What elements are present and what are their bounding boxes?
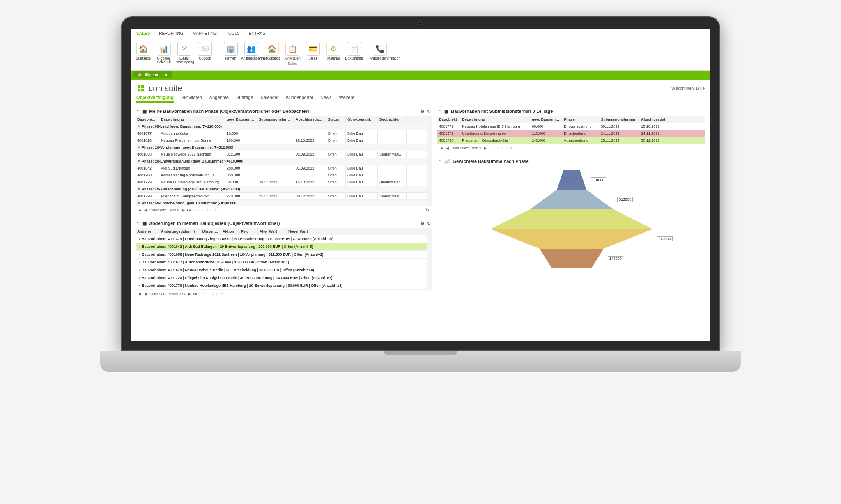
table-row[interactable]: 4001677Autobahnbrücke10.000OffenBillie B… — [136, 130, 432, 137]
chevron-right-icon: › — [139, 245, 140, 249]
table-row[interactable]: 4001379Überbauung Ziegelstrasse110.000En… — [437, 130, 705, 137]
ribbon-aktivitäten[interactable]: 📋Aktivitäten — [282, 42, 303, 60]
ribbon-material[interactable]: ⚙Material — [323, 42, 344, 60]
table-row[interactable]: 4001779Neubau Hotelanlage IBIS Hamburg60… — [136, 179, 432, 186]
column-header[interactable]: gew. Bausumme — [530, 116, 562, 123]
column-header[interactable]: Bezeichnung — [460, 116, 530, 123]
nav-last-icon[interactable]: ⏭ — [187, 208, 191, 212]
group-row[interactable]: ▸Phase: 10-Vorplanung (gew. Bausumme: ∑=… — [136, 144, 432, 151]
column-header[interactable]: Objektverant. — [346, 116, 378, 123]
funnel-value-label: 240000 — [657, 236, 673, 241]
ribbon-sales[interactable]: 💳Sales — [303, 42, 323, 60]
group-row[interactable]: ▸Phase: 20-Entwurfsplanung (gew. Bausumm… — [136, 158, 432, 165]
column-header[interactable]: Bauobjekt — [437, 116, 460, 123]
column-header[interactable]: Änderungsdatum ▼ — [159, 228, 200, 235]
refresh-icon[interactable]: ↻ — [425, 208, 429, 213]
workspace-tabstrip: 🏠 Allgemein × — [131, 71, 710, 80]
collapse-icon[interactable]: ⌃ — [136, 221, 140, 226]
group-row[interactable]: ▸Phase: 05-Lead (gew. Bausumme: ∑=110.00… — [136, 123, 432, 130]
table-row[interactable]: 4001720Pflegeheim Königsbach-Stein240.00… — [136, 193, 432, 200]
change-group-row[interactable]: ›Bauvorhaben: 4001679 | Neues Rathaus Be… — [136, 266, 432, 274]
column-header[interactable]: Uhrzeit ▼ — [200, 228, 221, 235]
menu-extras[interactable]: EXTRAS — [249, 31, 265, 37]
change-group-row[interactable]: ›Bauvorhaben: 4001658 | Neue Radwege 202… — [136, 251, 432, 259]
change-group-row[interactable]: ›Bauvorhaben: 4001720 | Pflegeheim König… — [136, 274, 432, 282]
column-header[interactable]: Abschlussdat — [639, 116, 672, 123]
ribbon-firmen[interactable]: 🏢Firmen — [221, 42, 241, 60]
table-row[interactable]: 4001700Kernsanierung Nordstadt-Schule350… — [136, 172, 432, 179]
refresh-icon[interactable]: ↻ — [427, 109, 431, 114]
table-row[interactable]: 4001720Pflegeheim Königsbach-Stein240.00… — [437, 137, 705, 144]
menu-marketing[interactable]: MARKETING — [193, 31, 217, 37]
column-header[interactable]: Submissionstermin — [599, 116, 639, 123]
scrollbar[interactable] — [427, 116, 432, 206]
group-row[interactable]: ▸Phase: 50-Entscheidung (gew. Bausumme: … — [136, 200, 432, 206]
column-header[interactable]: Submissionstermin — [257, 116, 294, 123]
nav-next-icon[interactable]: ▶ — [188, 292, 191, 296]
subtab-aktivitäten[interactable]: Aktivitäten — [181, 95, 202, 103]
table-row[interactable]: 4001779Neubau Hotelanlage IBIS Hamburg60… — [437, 123, 705, 130]
subtab-angebote[interactable]: Angebote — [209, 95, 229, 103]
ribbon-ansprechpartner[interactable]: 👥Ansprechpartner — [241, 42, 262, 60]
subtab-kalender[interactable]: Kalender — [261, 95, 279, 103]
column-header[interactable]: Abschlussdatum — [294, 116, 326, 123]
ansprechpartner-icon: 👥 — [244, 42, 258, 56]
subtab-weitere[interactable]: Weitere — [339, 95, 355, 103]
nav-first-icon[interactable]: ⏮ — [138, 208, 142, 212]
collapse-icon[interactable]: ⌃ — [136, 109, 140, 114]
column-header[interactable]: Aktion — [221, 228, 239, 235]
ribbon-dokumente[interactable]: 📄Dokumente — [344, 42, 364, 60]
ribbon-startseite[interactable]: 🏠Startseite — [133, 42, 154, 64]
menu-reporting[interactable]: REPORTING — [159, 31, 183, 37]
nav-prev-icon[interactable]: ◀ — [446, 146, 449, 150]
nav-first-icon[interactable]: ⏮ — [440, 146, 443, 150]
subtab-kundenportal[interactable]: Kundenportal — [286, 95, 313, 103]
change-group-row[interactable]: ›Bauvorhaben: 4001379 | Überbauung Ziege… — [136, 235, 432, 243]
close-icon[interactable]: × — [165, 73, 168, 77]
subtab-objektverfolgung[interactable]: Objektverfolgung — [136, 95, 174, 103]
column-header[interactable]: Beobachter — [378, 116, 407, 123]
menu-tools[interactable]: TOOLS — [226, 31, 240, 37]
group-row[interactable]: ▸Phase: 40-Ausschreibung (gew. Bausumme:… — [136, 186, 432, 193]
change-group-row[interactable]: ›Bauvorhaben: 4001642 | Aldi Süd Ettling… — [136, 243, 432, 251]
column-header[interactable]: Änderer — [136, 228, 159, 235]
workspace-tab-allgemein[interactable]: 🏠 Allgemein × — [133, 71, 172, 78]
nav-first-icon[interactable]: ⏮ — [138, 292, 142, 296]
column-header[interactable]: Bauobjekt ▲ — [136, 116, 159, 123]
nav-next-icon[interactable]: ▶ — [484, 146, 487, 150]
change-group-row[interactable]: ›Bauvorhaben: 4001677 | Autobahnbrücke |… — [136, 259, 432, 266]
ribbon-outlook[interactable]: 📨Outlook — [195, 42, 215, 64]
collapse-icon[interactable]: ⌃ — [438, 159, 442, 164]
chevron-down-icon: ▸ — [137, 125, 141, 127]
table-row[interactable]: 4001642Aldi Süd Ettlingen200.00001.09.20… — [136, 165, 432, 172]
ribbon-anruferidentifikation[interactable]: 📞Anruferidentifikation — [370, 42, 390, 60]
subtab-aufträge[interactable]: Aufträge — [236, 95, 253, 103]
column-header[interactable]: Status — [326, 116, 346, 123]
column-header[interactable]: Phase — [562, 116, 599, 123]
ribbon-bauobjekte[interactable]: 🏠Bauobjekte — [262, 42, 282, 60]
scrollbar[interactable] — [427, 228, 432, 290]
ribbon-e-mail-posteingang[interactable]: ✉E-Mail Posteingang — [174, 42, 195, 64]
column-header[interactable]: gew. Bausumme — [225, 116, 257, 123]
refresh-icon[interactable]: ↻ — [427, 221, 431, 226]
change-group-row[interactable]: ›Bauvorhaben: 4001779 | Neubau Hotelanla… — [136, 282, 432, 290]
gear-icon[interactable]: ⚙ — [420, 109, 425, 114]
menu-sales[interactable]: SALES — [136, 31, 150, 37]
globales-sales-kit-icon: 📊 — [157, 42, 171, 56]
table-row[interactable]: 4001816Neubau Pflegeheim zur Sonne100.00… — [136, 137, 432, 144]
table-row[interactable]: 4001658Neue Radwege 2022 Sachsen312.5000… — [136, 151, 432, 158]
gear-icon[interactable]: ⚙ — [420, 221, 425, 226]
nav-next-icon[interactable]: ▶ — [182, 208, 185, 212]
nav-prev-icon[interactable]: ◀ — [144, 292, 147, 296]
nav-last-icon[interactable]: ⏭ — [193, 292, 197, 296]
nav-prev-icon[interactable]: ◀ — [144, 208, 147, 212]
collapse-icon[interactable]: ⌃ — [438, 109, 442, 114]
subtab-news[interactable]: News — [320, 95, 332, 103]
column-header[interactable]: Feld — [239, 228, 258, 235]
column-header[interactable]: Alter Wert — [258, 228, 287, 235]
ribbon-globales-sales-kit[interactable]: 📊Globales Sales Kit — [154, 42, 174, 64]
column-header[interactable]: Bezeichnung — [159, 116, 225, 123]
outlook-icon: 📨 — [198, 42, 212, 56]
aktivitäten-icon: 📋 — [285, 42, 299, 56]
column-header[interactable]: Neuer Wert — [287, 228, 315, 235]
